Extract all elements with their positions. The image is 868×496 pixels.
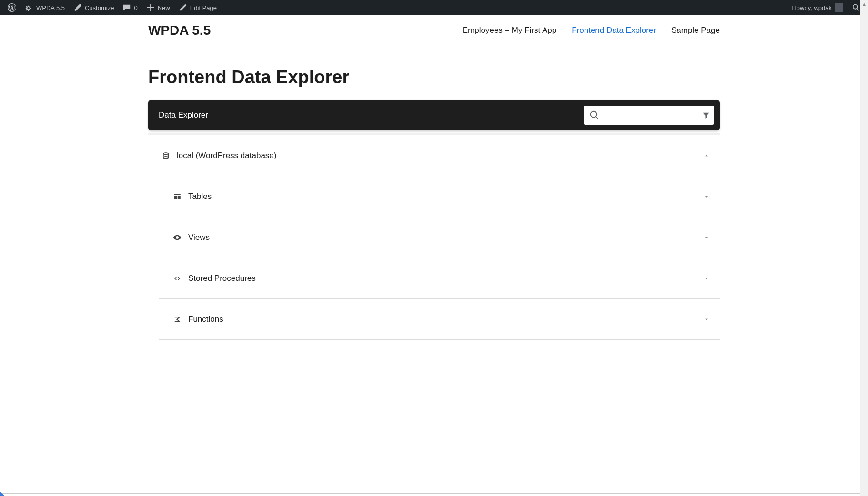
adminbar-edit-page-label: Edit Page (190, 4, 217, 11)
search-button[interactable] (584, 106, 606, 125)
nav-link-employees[interactable]: Employees – My First App (463, 26, 556, 35)
window-bottom-edge (0, 493, 860, 496)
scroll-up-icon[interactable]: ▲ (860, 0, 868, 8)
adminbar-new[interactable]: New (142, 0, 174, 15)
wp-admin-bar: WPDA 5.5 Customize 0 New Edit Page Howdy… (0, 0, 868, 15)
search-icon (852, 3, 860, 12)
comments-icon (122, 3, 131, 12)
corner-indicator-icon (0, 491, 5, 496)
func-icon (173, 315, 182, 324)
avatar (835, 3, 843, 12)
adminbar-howdy-label: Howdy, wpdak (792, 4, 832, 11)
pencil-icon (179, 3, 187, 12)
filter-button[interactable] (697, 106, 714, 125)
adminbar-new-label: New (158, 4, 170, 11)
tables-icon (173, 192, 182, 201)
search-icon (589, 110, 600, 120)
views-icon (173, 233, 182, 242)
adminbar-comments[interactable]: 0 (119, 0, 141, 15)
tree-row-stored-procedures[interactable]: Stored Procedures (159, 258, 720, 299)
page-title: Frontend Data Explorer (148, 67, 720, 88)
adminbar-howdy[interactable]: Howdy, wpdak (788, 0, 847, 15)
tree: local (WordPress database) Tables Views … (148, 135, 720, 340)
tree-views-label: Views (188, 233, 210, 242)
adminbar-site-name[interactable]: WPDA 5.5 (21, 0, 69, 15)
scrollbar-vertical[interactable]: ▲ (860, 0, 868, 496)
adminbar-edit-page[interactable]: Edit Page (175, 0, 221, 15)
tree-database-label: local (WordPress database) (177, 151, 276, 160)
adminbar-customize[interactable]: Customize (70, 0, 118, 15)
proc-icon (173, 274, 182, 283)
wordpress-icon (8, 3, 16, 12)
tree-proc-label: Stored Procedures (188, 274, 256, 283)
nav-link-sample-page[interactable]: Sample Page (671, 26, 720, 35)
database-icon (161, 151, 170, 160)
site-nav: Employees – My First App Frontend Data E… (463, 26, 720, 35)
site-title[interactable]: WPDA 5.5 (148, 23, 211, 38)
site-header: WPDA 5.5 Employees – My First App Fronte… (0, 15, 868, 46)
plus-icon (146, 3, 155, 12)
chevron-down-icon (703, 234, 710, 241)
search-wrap (584, 106, 714, 125)
search-input[interactable] (606, 106, 697, 125)
chevron-down-icon (703, 275, 710, 282)
tree-row-tables[interactable]: Tables (159, 176, 720, 217)
page-content: Frontend Data Explorer Data Explorer loc… (148, 46, 720, 340)
chevron-up-icon (703, 152, 710, 159)
adminbar-comments-count: 0 (134, 4, 137, 11)
adminbar-customize-label: Customize (85, 4, 114, 11)
dashboard-icon (25, 3, 33, 12)
tree-row-functions[interactable]: Functions (159, 299, 720, 340)
wp-logo[interactable] (4, 0, 20, 15)
tree-row-views[interactable]: Views (159, 217, 720, 258)
tree-row-database[interactable]: local (WordPress database) (159, 135, 720, 176)
tree-func-label: Functions (188, 315, 223, 324)
filter-icon (702, 111, 710, 119)
brush-icon (73, 3, 82, 12)
adminbar-site-name-label: WPDA 5.5 (36, 4, 65, 11)
chevron-down-icon (703, 193, 710, 200)
tree-tables-label: Tables (188, 192, 212, 201)
panel-title: Data Explorer (159, 110, 208, 120)
nav-link-frontend-data-explorer[interactable]: Frontend Data Explorer (572, 26, 656, 35)
panel-header: Data Explorer (148, 100, 720, 130)
chevron-down-icon (703, 316, 710, 323)
